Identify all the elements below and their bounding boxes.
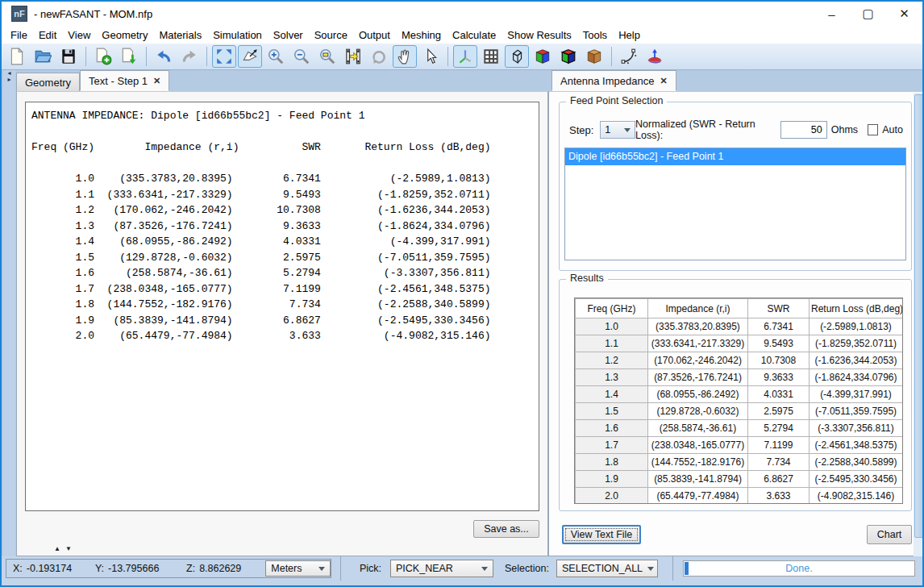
shaded-edges-view-icon[interactable] <box>556 45 581 68</box>
units-select[interactable]: Meters <box>265 560 331 577</box>
table-cell: (129.8728,-0.6032) <box>648 403 748 420</box>
table-row[interactable]: 1.6(258.5874,-36.61)5.2794(-3.3307,356.8… <box>576 420 903 437</box>
table-row[interactable]: 1.3(87.3526,-176.7241)9.3633(-1.8624,334… <box>576 369 903 386</box>
menu-materials[interactable]: Materials <box>153 27 207 43</box>
show-grid-icon[interactable] <box>479 45 503 68</box>
table-cell: 1.7 <box>576 437 648 454</box>
select-cursor-icon[interactable] <box>418 45 443 68</box>
show-axes-icon[interactable] <box>453 45 477 68</box>
table-row[interactable]: 1.9(85.3839,-141.8794)6.8627(-2.5495,330… <box>576 471 903 488</box>
save-file-icon[interactable] <box>56 45 81 68</box>
table-cell: (335.3783,20.8395) <box>648 318 748 335</box>
table-row[interactable]: 1.7(238.0348,-165.0777)7.1199(-2.4561,34… <box>576 437 903 454</box>
zoom-in-icon[interactable] <box>264 45 288 68</box>
table-row[interactable]: 1.8(144.7552,-182.9176)7.734(-2.2588,340… <box>576 454 903 471</box>
menu-geometry[interactable]: Geometry <box>96 27 153 43</box>
table-cell: (-2.2588,340.5899) <box>810 454 903 471</box>
menu-help[interactable]: Help <box>613 27 646 43</box>
auto-checkbox[interactable] <box>868 124 878 135</box>
fit-view-icon[interactable] <box>212 45 236 68</box>
table-cell: 1.4 <box>576 386 648 403</box>
feed-point-list-item[interactable]: Dipole [id66b55bc2] - Feed Point 1 <box>565 148 905 165</box>
left-tab-row: Geometry Text - Step 1 ✕ <box>16 70 169 91</box>
chart-button[interactable]: Chart <box>867 525 912 544</box>
table-row[interactable]: 1.0(335.3783,20.8395)6.7341(-2.5989,1.08… <box>576 318 903 335</box>
undo-icon[interactable] <box>152 45 176 68</box>
table-cell: (-2.4561,348.5375) <box>810 437 903 454</box>
step-select[interactable]: 1 <box>600 121 635 139</box>
perspective-view-icon[interactable] <box>238 45 262 68</box>
pan-icon[interactable] <box>393 45 417 68</box>
table-row[interactable]: 1.2(170.062,-246.2042)10.7308(-1.6236,34… <box>576 352 903 369</box>
splitter-arrows-icon[interactable]: ▲▼ <box>54 545 77 552</box>
curve-tool-icon[interactable] <box>617 45 641 68</box>
save-as-button[interactable]: Save as... <box>473 520 539 538</box>
app-icon: nF <box>11 6 27 22</box>
menu-simulation[interactable]: Simulation <box>207 27 268 43</box>
menu-source[interactable]: Source <box>309 27 353 43</box>
menu-meshing[interactable]: Meshing <box>396 27 447 43</box>
zoom-selected-icon[interactable] <box>341 45 365 68</box>
auto-label: Auto <box>882 124 903 135</box>
tab-close-icon[interactable]: ✕ <box>153 77 160 85</box>
surface-normals-icon[interactable] <box>643 45 667 68</box>
toolbar-separator <box>146 47 147 66</box>
wireframe-view-icon[interactable] <box>505 45 529 68</box>
menu-edit[interactable]: Edit <box>33 27 62 43</box>
table-row[interactable]: 1.4(68.0955,-86.2492)4.0331(-4.399,317.9… <box>576 386 903 403</box>
table-cell: 1.6 <box>576 420 648 437</box>
table-cell: (-7.0511,359.7595) <box>810 403 903 420</box>
table-cell: 1.2 <box>576 352 648 369</box>
left-splitter-strip[interactable]: ◂ ▸ <box>3 70 15 556</box>
antenna-impedance-panel: Feed Point Selection Step: 1 Normalized … <box>548 91 924 556</box>
tab-antenna-impedance[interactable]: Antenna Impedance ✕ <box>551 70 676 91</box>
minimize-button[interactable]: – <box>814 2 850 26</box>
selection-select[interactable]: SELECTION_ALL <box>556 560 658 577</box>
status-separator <box>672 556 673 581</box>
right-scrollbar[interactable] <box>914 93 924 556</box>
results-table: Freq (GHz)Impedance (r,i)SWRReturn Loss … <box>575 298 903 504</box>
solid-view-icon[interactable] <box>582 45 606 68</box>
export-file-icon[interactable] <box>117 45 141 68</box>
table-row[interactable]: 1.5(129.8728,-0.6032)2.5975(-7.0511,359.… <box>576 403 903 420</box>
table-cell: 6.7341 <box>748 318 810 335</box>
zoom-window-icon[interactable] <box>315 45 339 68</box>
menu-solver[interactable]: Solver <box>268 27 309 43</box>
table-row[interactable]: 1.1(333.6341,-217.3329)9.5493(-1.8259,35… <box>576 335 903 352</box>
group-label: Feed Point Selection <box>566 95 667 106</box>
table-cell: (-2.5495,330.3456) <box>810 471 903 488</box>
menu-calculate[interactable]: Calculate <box>447 27 502 43</box>
maximize-button[interactable]: ▢ <box>850 2 886 26</box>
toolbar-separator <box>611 47 612 66</box>
new-file-icon[interactable] <box>5 45 29 68</box>
table-row[interactable]: 2.0(65.4479,-77.4984)3.633(-4.9082,315.1… <box>576 488 903 505</box>
expand-right-icon[interactable]: ▸ <box>3 77 15 83</box>
menu-view[interactable]: View <box>62 27 96 43</box>
menu-output[interactable]: Output <box>353 27 396 43</box>
normalized-label: Normalized (SWR - Return Loss): <box>635 119 776 141</box>
tab-close-icon[interactable]: ✕ <box>660 77 667 85</box>
tab-geometry[interactable]: Geometry <box>16 73 80 91</box>
tab-antenna-impedance-label: Antenna Impedance <box>560 75 654 87</box>
normalized-input[interactable] <box>780 121 827 139</box>
menu-show-results[interactable]: Show Results <box>502 27 576 43</box>
menu-tools[interactable]: Tools <box>577 27 613 43</box>
scrollbar-thumb[interactable] <box>914 94 923 538</box>
close-button[interactable]: ✕ <box>886 2 922 26</box>
import-file-icon[interactable] <box>91 45 115 68</box>
tab-text-step1[interactable]: Text - Step 1 ✕ <box>80 70 169 91</box>
pick-select[interactable]: PICK_NEAR <box>390 560 493 577</box>
z-coordinate: Z:8.862629 <box>186 563 265 574</box>
table-cell: (170.062,-246.2042) <box>648 352 748 369</box>
shaded-view-icon[interactable] <box>531 45 555 68</box>
open-file-icon[interactable] <box>31 45 55 68</box>
view-text-file-button[interactable]: View Text File <box>562 525 641 544</box>
results-column-header: Freq (GHz) <box>576 299 648 318</box>
redo-icon[interactable] <box>177 45 202 68</box>
app-window: nF - newFASANT - MOM.nfp – ▢ ✕ FileEditV… <box>0 0 924 587</box>
menu-file[interactable]: File <box>5 27 33 43</box>
table-cell: 9.3633 <box>748 369 810 386</box>
zoom-out-icon[interactable] <box>289 45 314 68</box>
table-cell: 1.1 <box>576 335 648 352</box>
rotate-view-icon[interactable] <box>367 45 391 68</box>
